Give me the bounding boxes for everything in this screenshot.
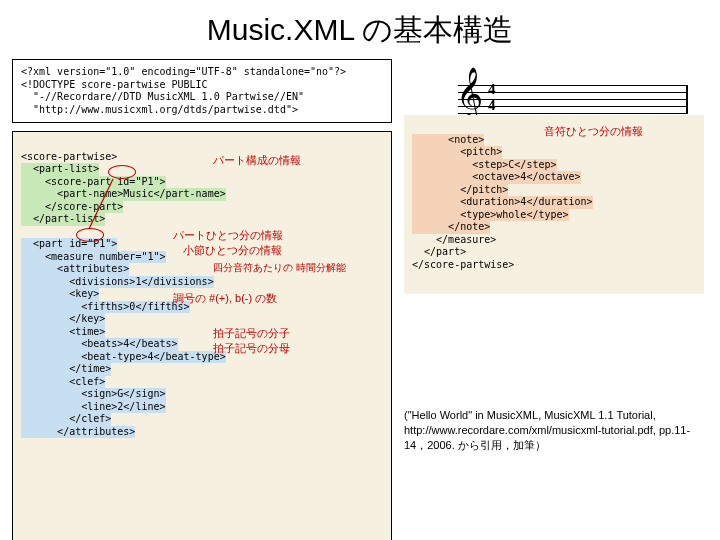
annot-measure: 小節ひとつ分の情報 [183,244,282,258]
code-line: </score-part> [21,201,123,212]
time-sig-den: 4 [488,97,496,114]
code-line: > [111,238,117,249]
code-line: <key> [21,288,99,299]
citation-text: ("Hello World" in MusicXML, MusicXML 1.1… [404,408,704,453]
annot-part: パートひとつ分の情報 [173,229,283,243]
code-line: <time> [21,326,105,337]
code-line: <score-partwise> [21,151,117,162]
code-line: <divisions>1</divisions> [21,276,214,287]
barline [686,85,688,113]
code-line: <pitch> [412,146,502,157]
treble-clef-icon: 𝄞 [456,71,483,117]
code-line: </pitch> [412,184,508,195]
code-line: <fifths>0</fifths> [21,301,190,312]
annot-beats: 拍子記号の分子 [213,327,290,341]
code-line: <sign>G</sign> [21,388,166,399]
annot-divisions: 四分音符あたりの 時間分解能 [213,262,346,275]
code-line [21,226,27,237]
annot-part-list: パート構成の情報 [213,154,301,168]
code-line: <note> [412,134,484,145]
code-line: </score-partwise> [412,259,514,270]
code-line: </part> [412,246,466,257]
code-line: </part-list> [21,213,105,224]
circle-p1-b [76,228,104,242]
code-line: <measure number="1"> [21,251,166,262]
code-line: <type>whole</type> [412,209,569,220]
code-line: </attributes> [21,426,135,437]
code-line: </clef> [21,413,111,424]
code-line: <octave>4</octave> [412,171,581,182]
code-line: <part id= [21,238,87,249]
xml-header-text: <?xml version="1.0" encoding="UTF-8" sta… [21,66,346,115]
code-line: </measure> [412,234,496,245]
code-line: </time> [21,363,111,374]
code-line: <attributes> [21,263,129,274]
code-line: <duration>4</duration> [412,196,593,207]
code-line: <part-list> [21,163,99,174]
score-body-box: <score-partwise> <part-list> <score-part… [12,131,392,540]
note-box: <note> <pitch> <step>C</step> <octave>4<… [404,115,704,294]
code-line: </note> [412,221,490,232]
code-line: <beats>4</beats> [21,338,178,349]
annot-fifths: 調号の #(+), b(-) の数 [173,292,277,306]
time-sig-num: 4 [488,81,496,98]
code-line: </key> [21,313,105,324]
annot-beat-type: 拍子記号の分母 [213,342,290,356]
code-line: <clef> [21,376,105,387]
code-line: <line>2</line> [21,401,166,412]
circle-p1-a [108,165,136,179]
code-line: <step>C</step> [412,159,557,170]
code-p1-id: "P1" [135,176,159,187]
page-title: Music.XML の基本構造 [0,0,720,59]
xml-header-box: <?xml version="1.0" encoding="UTF-8" sta… [12,59,392,123]
code-line: <part-name>Music</part-name> [21,188,226,199]
code-line: <beat-type>4</beat-type> [21,351,226,362]
annot-note: 音符ひとつ分の情報 [544,125,643,139]
code-line: > [159,176,165,187]
